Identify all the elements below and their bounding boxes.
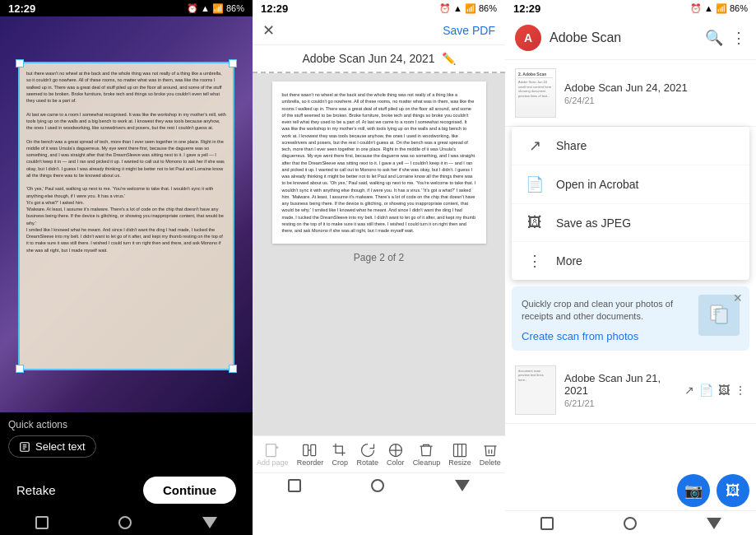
scan-pdf-2[interactable]: 📄 [699, 384, 713, 397]
home-nav-square-right[interactable] [540, 517, 554, 530]
scan-date-2: 6/21/21 [564, 398, 676, 408]
scan-actions-2: ↗ 📄 🖼 ⋮ [684, 384, 746, 397]
rotate-tool[interactable]: Rotate [355, 440, 380, 469]
add-page-icon [264, 442, 281, 458]
crop-tool[interactable]: Crop [330, 440, 350, 469]
wifi-icon-right: 📶 [716, 3, 727, 14]
delete-tool[interactable]: Delete [478, 440, 503, 469]
pdf-doc-title: Adobe Scan Jun 24, 2021 [302, 52, 434, 65]
svg-rect-11 [454, 444, 466, 457]
add-page-label: Add page [257, 458, 289, 467]
cleanup-icon [418, 442, 434, 458]
share-icon: ↗ [525, 137, 545, 155]
text-select-icon [19, 441, 30, 453]
pdf-content-area[interactable]: but there wasn't no wheel at the back an… [253, 73, 505, 435]
color-tool[interactable]: Color [385, 440, 406, 469]
nav-bar-right [505, 510, 756, 535]
status-time-mid: 12:29 [261, 2, 288, 15]
back-nav-triangle-right[interactable] [707, 518, 721, 529]
scan-image-2[interactable]: 🖼 [718, 384, 730, 397]
rotate-icon [359, 442, 376, 458]
select-text-button[interactable]: Select text [8, 435, 96, 458]
scan-thumbnail-2: document scan preview text lines here... [515, 365, 556, 415]
battery-mid: 86% [479, 3, 497, 13]
back-nav-triangle[interactable] [202, 517, 217, 528]
svg-rect-4 [267, 444, 276, 457]
alarm-icon-mid: ⏰ [439, 3, 451, 14]
scan-item-1[interactable]: 2. Adobe Scan Adobe Scan Jun 24 small te… [505, 60, 756, 127]
adobe-scan-header: A Adobe Scan 🔍 ⋮ [505, 16, 756, 60]
pdf-book-text: but there wasn't no wheel at the back an… [282, 91, 476, 234]
pdf-toolbar: ✕ Save PDF [253, 16, 505, 45]
scan-name-1: Adobe Scan Jun 24, 2021 [564, 81, 746, 94]
add-page-tool[interactable]: Add page [255, 440, 290, 469]
nav-bar-mid [253, 472, 505, 497]
promo-description: Quickly crop and clean your photos of re… [522, 298, 692, 323]
resize-label: Resize [448, 458, 471, 467]
book-text-left: but there wasn't no wheel at the back an… [26, 70, 226, 254]
home-nav-square[interactable] [35, 516, 49, 529]
edit-title-button[interactable]: ✏️ [442, 52, 456, 65]
resize-tool[interactable]: Resize [447, 440, 473, 469]
promo-close-button[interactable]: ✕ [733, 291, 743, 305]
context-menu-item-jpeg[interactable]: 🖼 Save as JPEG [512, 204, 749, 242]
back-nav-triangle-mid[interactable] [455, 480, 470, 491]
wifi-icon-mid: 📶 [465, 3, 476, 14]
context-menu-item-share[interactable]: ↗ Share [512, 127, 749, 165]
search-button[interactable]: 🔍 [705, 29, 723, 47]
home-nav-circle-mid[interactable] [371, 479, 384, 492]
reorder-tool[interactable]: Reorder [295, 440, 326, 469]
retake-button[interactable]: Retake [16, 483, 56, 497]
adobe-scan-title: Adobe Scan [550, 30, 697, 45]
scan-more-2[interactable]: ⋮ [735, 384, 746, 397]
promo-banner: ✕ Quickly crop and clean your photos of … [512, 286, 749, 351]
promo-body: Quickly crop and clean your photos of re… [522, 295, 740, 342]
save-pdf-button[interactable]: Save PDF [443, 24, 495, 37]
context-menu-item-more[interactable]: ⋮ More [512, 242, 749, 280]
crop-label: Crop [332, 458, 349, 467]
pdf-close-button[interactable]: ✕ [262, 21, 275, 40]
select-text-label: Select text [35, 440, 86, 453]
continue-button[interactable]: Continue [143, 477, 236, 504]
battery-left: 86% [226, 3, 244, 13]
status-time-right: 12:29 [513, 2, 540, 15]
reorder-label: Reorder [297, 458, 324, 467]
scan-name-2: Adobe Scan Jun 21, 2021 [564, 372, 676, 397]
home-nav-circle[interactable] [118, 516, 132, 529]
document-scan-icon [706, 302, 732, 328]
delete-icon [482, 442, 499, 458]
battery-right: 86% [730, 3, 748, 13]
resize-icon [452, 442, 468, 458]
create-scan-title[interactable]: Create scan from photos [522, 330, 692, 342]
scan-item-2[interactable]: document scan preview text lines here...… [505, 357, 756, 424]
wifi-icon-left: 📶 [212, 3, 224, 14]
photo-fab-button[interactable]: 🖼 [717, 474, 749, 507]
status-time-left: 12:29 [8, 2, 35, 15]
share-label: Share [556, 139, 587, 152]
more-icon: ⋮ [525, 252, 545, 270]
more-label: More [556, 254, 582, 268]
context-menu-item-acrobat[interactable]: 📄 Open in Acrobat [512, 165, 749, 204]
signal-icon-right: ▲ [704, 3, 713, 13]
crop-icon [332, 442, 348, 458]
adobe-avatar: A [515, 25, 541, 51]
acrobat-icon: 📄 [525, 175, 545, 193]
cleanup-label: Cleanup [413, 458, 441, 467]
home-nav-circle-right[interactable] [624, 517, 637, 530]
alarm-icon-right: ⏰ [690, 3, 702, 14]
scan-share-2[interactable]: ↗ [684, 384, 694, 397]
camera-fab-button[interactable]: 📷 [677, 474, 710, 507]
pdf-doc-title-bar: Adobe Scan Jun 24, 2021 ✏️ [253, 45, 505, 73]
bottom-action-bar: Retake Continue [0, 470, 253, 510]
scan-date-1: 6/24/21 [564, 95, 746, 105]
cleanup-tool[interactable]: Cleanup [411, 440, 443, 469]
scan-info-1: Adobe Scan Jun 24, 2021 6/24/21 [564, 81, 746, 105]
scanned-book-page: but there wasn't no wheel at the back an… [18, 62, 234, 370]
jpeg-label: Save as JPEG [556, 216, 631, 230]
page-number-indicator: Page 2 of 2 [350, 249, 407, 267]
more-options-button[interactable]: ⋮ [731, 29, 746, 47]
home-nav-square-mid[interactable] [288, 479, 301, 492]
reorder-icon [302, 442, 318, 458]
pdf-page-1: but there wasn't no wheel at the back an… [272, 81, 486, 244]
pdf-edit-toolbar: Add page Reorder Crop Rotate Color Clean… [253, 435, 505, 472]
